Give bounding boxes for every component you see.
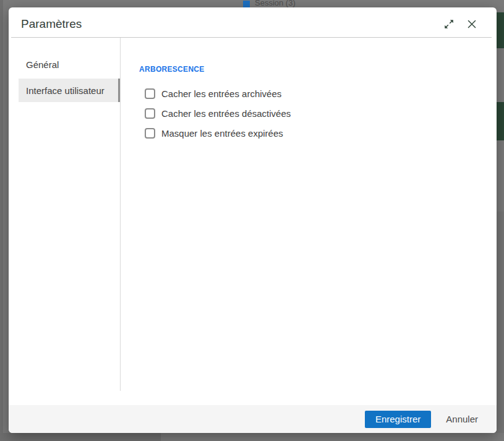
dialog-body: Général Interface utilisateur ARBORESCEN… xyxy=(9,38,497,405)
dialog-title: Paramètres xyxy=(21,14,82,31)
screen: Session (3) Paramètres xyxy=(0,0,504,441)
cancel-button[interactable]: Annuler xyxy=(446,414,478,424)
tab-interface-utilisateur[interactable]: Interface utilisateur xyxy=(19,79,120,102)
backdrop-right-strip xyxy=(495,212,504,433)
backdrop-left-edge xyxy=(0,0,3,441)
backdrop-session-row: Session (3) xyxy=(243,0,296,7)
tab-general[interactable]: Général xyxy=(19,53,120,76)
checkbox-row-hide-expired[interactable]: Masquer les entrées expirées xyxy=(145,128,497,139)
checkbox-unchecked-icon[interactable] xyxy=(145,128,155,139)
settings-content: ARBORESCENCE Cacher les entrées archivée… xyxy=(120,38,497,405)
sidebar-divider xyxy=(120,38,121,391)
expand-button[interactable] xyxy=(443,18,455,30)
session-icon xyxy=(243,1,250,7)
section-heading-arborescence: ARBORESCENCE xyxy=(139,65,497,74)
settings-sidebar: Général Interface utilisateur xyxy=(9,38,120,405)
dialog-header-actions xyxy=(443,14,478,30)
close-button[interactable] xyxy=(466,18,478,30)
session-label: Session (3) xyxy=(255,0,296,7)
checkbox-row-hide-disabled[interactable]: Cacher les entrées désactivées xyxy=(145,108,497,119)
checkbox-unchecked-icon[interactable] xyxy=(145,108,155,119)
checkbox-label[interactable]: Cacher les entrées archivées xyxy=(161,88,281,99)
checkbox-label[interactable]: Cacher les entrées désactivées xyxy=(161,108,291,119)
settings-dialog: Paramètres xyxy=(9,7,497,433)
dialog-footer: Enregistrer Annuler xyxy=(9,405,497,433)
backdrop-bottom-strip xyxy=(0,433,161,441)
save-button[interactable]: Enregistrer xyxy=(365,411,431,428)
dialog-header: Paramètres xyxy=(9,7,497,37)
checkbox-unchecked-icon[interactable] xyxy=(145,88,155,99)
checkbox-label[interactable]: Masquer les entrées expirées xyxy=(161,128,283,139)
close-icon xyxy=(466,19,477,30)
expand-icon xyxy=(443,19,455,30)
checkbox-row-hide-archived[interactable]: Cacher les entrées archivées xyxy=(145,88,497,99)
